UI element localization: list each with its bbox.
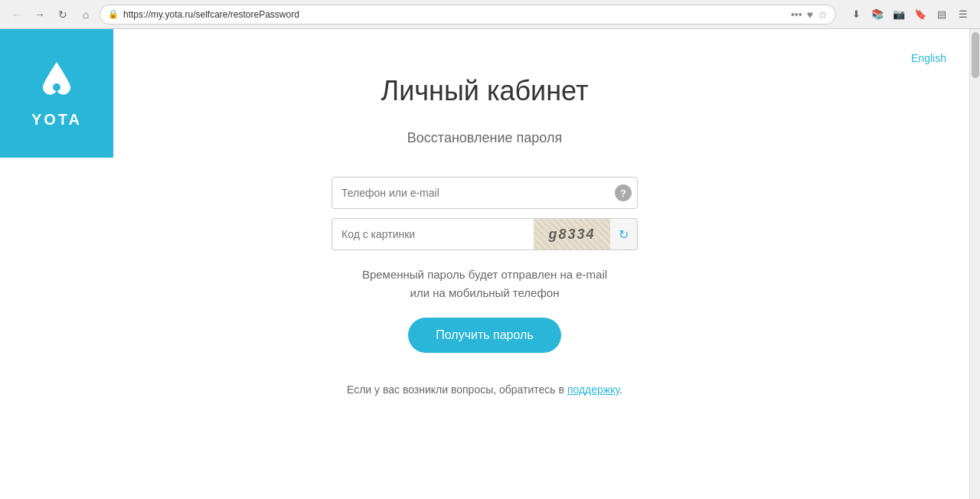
scrollbar-thumb[interactable] xyxy=(972,32,979,78)
yota-logo: YOTA xyxy=(0,29,113,158)
star-icon: ☆ xyxy=(818,8,828,21)
menu-dots-icon: ••• xyxy=(791,8,802,21)
page-content: YOTA English Личный кабинет Восстановлен… xyxy=(0,29,969,499)
browser-actions: ⬇ 📚 📷 🔖 ▤ ☰ xyxy=(847,5,972,24)
info-text: Временный пароль будет отправлен на e-ma… xyxy=(362,266,607,302)
yota-text-label: YOTA xyxy=(31,111,82,129)
support-link[interactable]: поддержку xyxy=(567,383,619,396)
svg-point-0 xyxy=(53,83,60,91)
reload-button[interactable]: ↻ xyxy=(54,5,72,24)
form-container: ? g8334 ↻ xyxy=(332,177,638,250)
menu-icon[interactable]: ☰ xyxy=(954,5,972,24)
captcha-refresh-button[interactable]: ↻ xyxy=(610,218,638,250)
refresh-icon: ↻ xyxy=(619,227,629,242)
scrollbar[interactable] xyxy=(969,29,980,499)
reader-view-icon[interactable]: ▤ xyxy=(933,5,951,24)
footer-text: Если у вас возникли вопросы, обратитесь … xyxy=(347,383,567,396)
bookmarks-icon[interactable]: 📚 xyxy=(868,5,887,24)
forward-button[interactable]: → xyxy=(31,5,49,24)
captcha-text: g8334 xyxy=(548,227,595,243)
help-button[interactable]: ? xyxy=(615,184,632,201)
page-title: Личный кабинет xyxy=(381,75,589,107)
language-switcher[interactable]: English xyxy=(911,52,946,64)
captcha-wrapper: g8334 ↻ xyxy=(332,218,638,250)
phone-email-wrapper: ? xyxy=(332,177,638,209)
captcha-input[interactable] xyxy=(332,218,534,250)
page-subtitle: Восстановление пароля xyxy=(407,130,562,146)
address-bar[interactable]: 🔒 https://my.yota.ru/selfcare/restorePas… xyxy=(100,5,836,24)
home-button[interactable]: ⌂ xyxy=(77,5,95,24)
back-button[interactable]: ← xyxy=(8,5,26,24)
info-line2: или на мобильный телефон xyxy=(362,284,607,302)
download-icon[interactable]: ⬇ xyxy=(847,5,865,24)
pocket-icon: ♥ xyxy=(807,8,813,21)
captcha-image: g8334 xyxy=(534,218,610,250)
yota-symbol xyxy=(34,58,80,106)
footer-note: Если у вас возникли вопросы, обратитесь … xyxy=(347,383,622,396)
info-line1: Временный пароль будет отправлен на e-ma… xyxy=(362,266,607,284)
bookmark-icon[interactable]: 🔖 xyxy=(911,5,929,24)
lock-icon: 🔒 xyxy=(108,9,119,19)
phone-email-input[interactable] xyxy=(332,177,638,209)
main-content: Личный кабинет Восстановление пароля ? g… xyxy=(0,29,969,396)
screenshot-icon[interactable]: 📷 xyxy=(890,5,908,24)
browser-toolbar: ← → ↻ ⌂ 🔒 https://my.yota.ru/selfcare/re… xyxy=(0,0,980,29)
submit-button[interactable]: Получить пароль xyxy=(408,318,561,353)
footer-period: . xyxy=(619,383,622,396)
url-text: https://my.yota.ru/selfcare/restorePassw… xyxy=(123,9,786,20)
